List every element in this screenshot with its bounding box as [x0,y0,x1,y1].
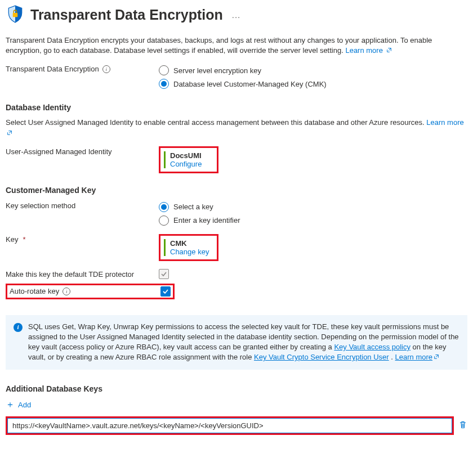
umi-label: User-Assigned Managed Identity [6,147,112,156]
radio-db-label: Database level Customer-Managed Key (CMK… [173,80,327,88]
info-callout: i SQL uses Get, Wrap Key, Unwrap Key per… [6,315,467,370]
tde-label: Transparent Data Encryption [6,65,99,73]
cmk-heading: Customer-Managed Key [6,186,467,195]
check-icon [160,271,167,277]
kv-access-policy-link[interactable]: Key Vault access policy [334,343,410,351]
delete-key-button[interactable] [458,420,467,431]
key-selection-label: Key selection method [6,201,75,210]
trash-icon [458,420,467,429]
radio-server-level[interactable]: Server level encryption key [159,64,467,77]
radio-select-label: Select a key [173,203,213,211]
radio-unselected-icon [159,65,169,75]
default-protector-checkbox[interactable] [159,269,169,279]
db-identity-heading: Database Identity [6,103,467,112]
shield-lock-icon [6,5,25,25]
radio-identifier-label: Enter a key identifier [173,216,240,224]
key-label: Key [6,235,18,244]
radio-unselected-icon [159,215,169,226]
key-value: CMK [170,239,213,248]
intro-learn-more-link[interactable]: Learn more [345,46,391,55]
external-link-icon [434,354,439,360]
add-key-button[interactable]: ＋ Add [6,399,467,411]
external-link-icon [7,130,12,136]
radio-selected-icon [159,79,169,89]
radio-server-label: Server level encryption key [173,66,261,75]
info-icon[interactable]: i [63,288,70,295]
external-link-icon [386,47,392,53]
info-text-end: . [391,353,395,361]
auto-rotate-checkbox[interactable] [160,286,171,297]
radio-enter-identifier[interactable]: Enter a key identifier [159,214,467,227]
additional-key-input[interactable] [7,418,452,433]
info-icon[interactable]: i [102,65,110,73]
umi-configure-link[interactable]: Configure [170,160,202,168]
more-menu-icon[interactable]: ··· [232,12,241,21]
umi-value: DocsUMI [170,151,213,160]
svg-rect-0 [13,13,18,17]
add-label: Add [18,401,31,409]
info-badge-icon: i [14,323,23,332]
kv-crypto-user-link[interactable]: Key Vault Crypto Service Encryption User [254,353,389,361]
default-protector-label: Make this key the default TDE protector [6,270,134,279]
page-title: Transparent Data Encryption [30,7,223,23]
radio-db-level-cmk[interactable]: Database level Customer-Managed Key (CMK… [159,77,467,91]
intro-text: Transparent Data Encryption encrypts you… [6,35,467,56]
info-learn-more-link[interactable]: Learn more [395,353,439,361]
auto-rotate-label: Auto-rotate key [10,287,59,295]
db-identity-desc: Select User Assigned Managed Identity to… [6,118,467,138]
plus-icon: ＋ [6,399,15,411]
check-icon [162,288,169,295]
radio-selected-icon [159,202,169,212]
change-key-link[interactable]: Change key [170,248,209,256]
additional-keys-heading: Additional Database Keys [6,384,467,393]
required-asterisk: * [23,235,25,244]
radio-select-key[interactable]: Select a key [159,200,467,214]
